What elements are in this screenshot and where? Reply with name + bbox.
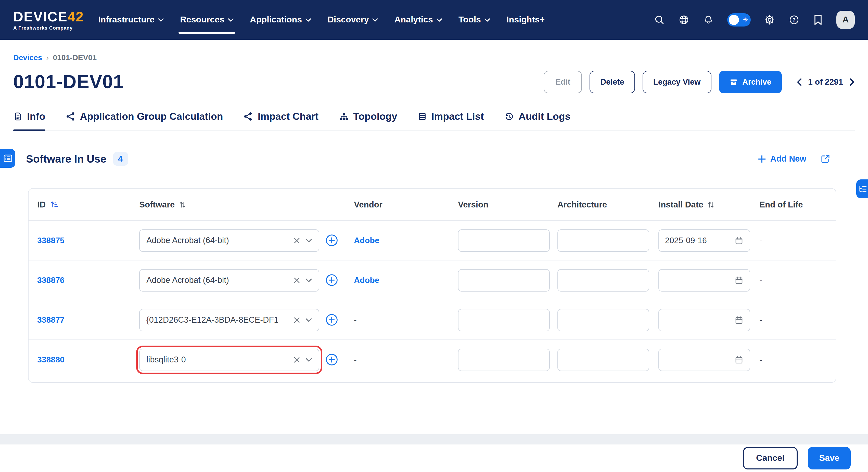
column-header-software[interactable]: Software [130,200,345,209]
vendor-link[interactable]: Adobe [354,275,379,284]
clear-icon[interactable] [293,356,300,363]
right-panel-toggle[interactable] [856,179,868,198]
version-input[interactable] [458,309,550,331]
device42-logo[interactable]: DEVICE42 A Freshworks Company [13,9,84,30]
avatar[interactable]: A [836,11,855,29]
add-software-icon[interactable] [326,234,338,247]
legacy-view-button[interactable]: Legacy View [643,71,711,93]
calendar-icon[interactable] [734,275,744,285]
tab-impact-chart[interactable]: Impact Chart [244,111,318,130]
vendor-value: - [354,355,357,364]
tab-application-group-calculation[interactable]: Application Group Calculation [65,111,223,130]
search-icon[interactable] [654,14,665,26]
menu-resources[interactable]: Resources [180,11,234,29]
software-select[interactable]: {012D26C3-E12A-3BDA-8ECE-DF1 [139,309,319,331]
software-id-link[interactable]: 338875 [37,236,64,244]
breadcrumb-current: 0101-DEV01 [53,53,97,62]
chevron-down-icon[interactable] [306,318,312,322]
next-record-icon[interactable] [849,78,855,86]
menu-insights[interactable]: Insights+ [506,11,545,29]
settings-icon[interactable] [764,14,775,26]
architecture-input[interactable] [557,269,649,291]
list-panel-icon [3,155,12,162]
clear-icon[interactable] [293,316,300,324]
end-of-life-value: - [760,275,762,284]
chevron-down-icon[interactable] [306,238,312,242]
menu-applications[interactable]: Applications [250,11,311,29]
column-header-vendor[interactable]: Vendor [345,200,449,209]
install-date-input[interactable] [658,269,750,291]
version-input[interactable] [458,348,550,371]
software-select[interactable]: Adobe Acrobat (64-bit) [139,269,319,291]
install-date-input[interactable]: 2025-09-16 [658,229,750,251]
bookmark-icon[interactable] [813,14,823,26]
chevron-down-icon[interactable] [306,358,312,362]
help-icon[interactable]: ? [788,14,800,26]
software-select[interactable]: Adobe Acrobat (64-bit) [139,229,319,251]
column-header-version[interactable]: Version [449,200,549,209]
clear-icon[interactable] [293,237,300,244]
table-header-row: ID Software Vendor Version Architecture … [29,189,836,220]
software-select-value: libsqlite3-0 [146,355,288,365]
sort-icon [179,201,186,208]
architecture-input[interactable] [557,229,649,251]
menu-infrastructure[interactable]: Infrastructure [98,11,164,29]
menu-tools[interactable]: Tools [459,11,490,29]
top-nav: DEVICE42 A Freshworks Company Infrastruc… [0,0,868,40]
left-panel-toggle[interactable] [0,149,15,168]
sun-icon: ☀ [742,16,748,24]
delete-button[interactable]: Delete [590,71,635,93]
tree-panel-icon [858,185,867,193]
tab-impact-list[interactable]: Impact List [418,111,484,130]
calendar-icon[interactable] [734,236,744,245]
vendor-link[interactable]: Adobe [354,236,379,244]
calendar-icon[interactable] [734,315,744,325]
version-input[interactable] [458,229,550,251]
breadcrumb-devices-link[interactable]: Devices [13,53,42,62]
cancel-button[interactable]: Cancel [743,447,798,469]
column-header-end-of-life[interactable]: End of Life [751,200,836,209]
nav-utilities: ☀ ? A [654,11,855,29]
chevron-down-icon[interactable] [306,278,312,282]
calendar-icon[interactable] [734,355,744,364]
add-new-button[interactable]: Add New [758,154,806,164]
end-of-life-value: - [760,236,762,244]
install-date-input[interactable] [658,309,750,331]
install-date-input[interactable] [658,348,750,371]
vendor-value: - [354,315,357,324]
architecture-input[interactable] [557,348,649,371]
version-input[interactable] [458,269,550,291]
logo-text: DEVICE42 [13,9,84,24]
software-id-link[interactable]: 338877 [37,315,64,324]
software-select-highlighted[interactable]: libsqlite3-0 [139,348,319,371]
menu-discovery[interactable]: Discovery [328,11,378,29]
software-id-link[interactable]: 338880 [37,355,64,364]
page-content: Devices › 0101-DEV01 0101-DEV01 Edit Del… [0,53,868,383]
prev-record-icon[interactable] [796,78,802,86]
add-software-icon[interactable] [326,313,338,326]
architecture-input[interactable] [557,309,649,331]
clear-icon[interactable] [293,276,300,284]
notifications-icon[interactable] [703,14,714,26]
globe-icon[interactable] [678,14,689,26]
column-header-install-date[interactable]: Install Date [650,200,751,209]
save-button[interactable]: Save [808,447,851,469]
open-in-new-icon[interactable] [820,154,830,164]
archive-button[interactable]: Archive [719,71,781,93]
software-id-link[interactable]: 338876 [37,275,64,284]
column-header-id[interactable]: ID [29,200,130,209]
footer-bar: Cancel Save [0,444,868,472]
add-software-icon[interactable] [326,353,338,366]
add-software-icon[interactable] [326,274,338,286]
column-header-architecture[interactable]: Architecture [549,200,650,209]
tab-info[interactable]: Info [13,111,45,130]
tab-audit-logs[interactable]: Audit Logs [504,111,571,130]
table-row: 338875 Adobe Acrobat (64-bit) Adobe 2025… [29,220,836,260]
action-buttons: Edit Delete Legacy View Archive 1 of 229… [544,71,855,93]
title-row: 0101-DEV01 Edit Delete Legacy View Archi… [13,71,855,93]
theme-toggle[interactable]: ☀ [727,13,751,27]
menu-analytics[interactable]: Analytics [395,11,442,29]
tab-topology[interactable]: Topology [339,111,397,130]
edit-button[interactable]: Edit [544,71,582,93]
software-section-header: Software In Use 4 Add New [26,152,836,166]
